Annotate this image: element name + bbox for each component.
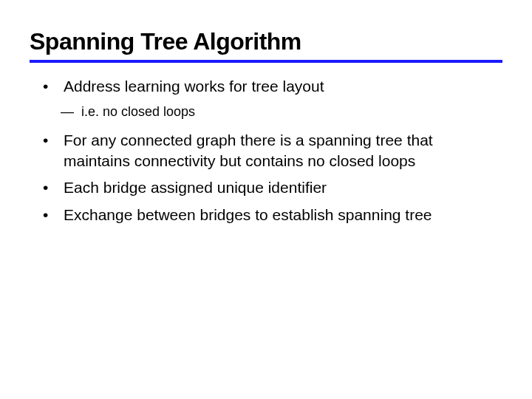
bullet-list: Address learning works for tree layout i… [30,76,502,225]
sub-list-item: i.e. no closed loops [61,103,502,120]
list-item: For any connected graph there is a spann… [43,130,502,172]
list-item: Exchange between bridges to establish sp… [43,205,502,225]
list-item: Each bridge assigned unique identifier [43,177,502,198]
slide-title: Spanning Tree Algorithm [30,28,502,63]
list-item: Address learning works for tree layout [43,76,502,97]
